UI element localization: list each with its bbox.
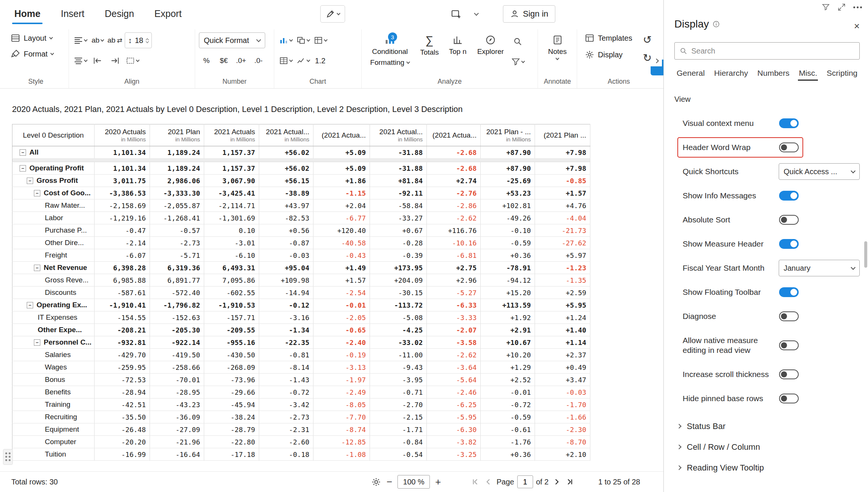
toggle-show-measure-header[interactable] (779, 239, 799, 249)
explorer-button[interactable]: Explorer (472, 32, 509, 59)
decimal-increase-button[interactable]: .0+ (234, 53, 249, 68)
align-text-button[interactable] (73, 33, 88, 48)
table-row[interactable]: Raw Mater...-2,158.69-2,055.87-2,114.71+… (12, 199, 590, 212)
stepper-arrows[interactable] (146, 38, 148, 43)
panel-tab-scripting[interactable]: Scripting (827, 65, 857, 81)
notes-button[interactable]: Notes (542, 32, 573, 63)
layout-button[interactable]: Layout (7, 32, 65, 44)
toggle-show-floating-toolbar[interactable] (779, 287, 799, 297)
text-case-button[interactable]: ab (90, 33, 105, 48)
undo-button[interactable]: ↺ (640, 32, 655, 48)
page-input[interactable] (517, 475, 533, 488)
panel-collapse-chevron[interactable] (651, 55, 662, 66)
next-page-button[interactable] (552, 477, 561, 487)
align-vertical-button[interactable] (73, 53, 88, 68)
search-input[interactable] (691, 47, 855, 55)
table-row[interactable]: −Personnel C...-932.81-922.14-955.16-22.… (12, 336, 590, 349)
toggle-increase-scroll-thickness[interactable] (779, 369, 799, 379)
table-row[interactable]: Other Expe...-208.21-205.30-209.55-1.34-… (12, 324, 590, 336)
panel-scrollbar[interactable] (864, 0, 867, 492)
text-wrap-button[interactable]: ab ⇄ (107, 33, 122, 48)
column-header-2021-plan[interactable]: (2021 Plan ... (535, 124, 590, 146)
decimal-format-button[interactable]: 1.2 (313, 53, 328, 68)
tab-insert[interactable]: Insert (53, 0, 92, 27)
panel-tab-misc[interactable]: Misc. (799, 65, 817, 81)
format-button[interactable]: Format (7, 48, 65, 60)
table-row[interactable]: Training-42.51-43.23-45.94-3.42-8.05-2.7… (12, 399, 590, 411)
table-row[interactable]: Equipment-26.48-27.09-28.79-2.31-8.74-1.… (12, 423, 590, 436)
table-row[interactable]: Salaries-429.70-419.50-430.50-0.81-0.19-… (12, 349, 590, 361)
collapse-icon[interactable]: − (20, 165, 26, 172)
table-style-button[interactable] (278, 53, 293, 68)
line-chart-button[interactable] (295, 53, 310, 68)
collapse-icon[interactable]: − (34, 265, 40, 271)
top-n-button[interactable]: Top n (445, 32, 471, 59)
zoom-level[interactable]: 100 % (397, 475, 430, 489)
settings-gear-button[interactable] (371, 477, 381, 487)
percent-button[interactable]: % (199, 53, 214, 68)
display-button[interactable]: Display (581, 48, 636, 61)
table-row[interactable]: Tuition-16.99-16.64-17.18-0.18-1.08-0.54… (12, 448, 590, 461)
last-page-button[interactable] (564, 477, 574, 487)
table-row[interactable]: Purchase P...-0.47-0.570.10+0.56+120.40+… (12, 224, 590, 237)
collapse-icon[interactable]: − (34, 339, 40, 346)
sign-in-button[interactable]: Sign in (503, 5, 555, 23)
focus-mode-button[interactable] (837, 3, 846, 11)
tab-home[interactable]: Home (7, 0, 48, 27)
table-row[interactable]: −Operating Profit1,101.341,189.241,157.3… (12, 162, 590, 175)
panel-tab-general[interactable]: General (677, 65, 705, 81)
add-visual-button[interactable] (446, 6, 467, 22)
toggle-visual-context-menu[interactable] (779, 118, 799, 128)
column-header-2021-plan[interactable]: 2021 Plan - ...in Millions (481, 124, 535, 146)
search-button[interactable] (510, 34, 525, 49)
table-row[interactable]: −Cost of Goo...-3,386.53-3,333.30-3,425.… (12, 187, 590, 199)
borders-button[interactable] (125, 53, 140, 68)
table-row[interactable]: −All1,101.341,189.241,157.37+56.02+5.09-… (12, 146, 590, 159)
table-row[interactable]: −Net Revenue6,398.286,319.366,493.31+95.… (12, 262, 590, 274)
table-row[interactable]: Other Dire...-2.14-2.73-3.01-0.87-40.58-… (12, 237, 590, 249)
dropdown-quick-shortcuts[interactable]: Quick Access ... (779, 163, 860, 180)
collapse-icon[interactable]: − (20, 149, 26, 156)
zoom-out-button[interactable]: − (387, 476, 392, 488)
totals-button[interactable]: ∑ Totals (416, 32, 443, 60)
column-header-2021-actuals[interactable]: 2021 Actualsin Millions (204, 124, 259, 146)
column-header-2021-actual[interactable]: 2021 Actual...in Millions (259, 124, 313, 146)
column-header-level-0-description[interactable]: Level 0 Description (12, 124, 95, 146)
panel-search-box[interactable] (674, 42, 860, 60)
table-row[interactable]: IT Expenses-154.55-152.63-157.71-3.16-2.… (12, 311, 590, 324)
row-height-stepper[interactable]: ↕ 18 (125, 32, 152, 48)
chart-combo-button[interactable] (313, 33, 328, 48)
filter-button[interactable] (510, 54, 525, 69)
toggle-absolute-sort[interactable] (779, 215, 799, 225)
section-reading-view-tooltip[interactable]: Reading View Tooltip (674, 457, 860, 478)
indent-increase-button[interactable] (107, 53, 122, 68)
toggle-diagnose[interactable] (779, 311, 799, 321)
table-row[interactable]: Benefits-28.94-28.95-29.66-0.72-2.49-0.7… (12, 386, 590, 399)
more-options-button[interactable] (853, 6, 862, 8)
quick-format-dropdown[interactable]: Quick Format (199, 32, 265, 48)
toggle-header-word-wrap[interactable] (779, 143, 799, 152)
column-header-2021-actual[interactable]: 2021 Actual...in Millions (370, 124, 427, 146)
close-panel-button[interactable]: × (854, 21, 860, 31)
decimal-decrease-button[interactable]: .0- (251, 53, 266, 68)
add-visual-dropdown[interactable] (470, 6, 483, 22)
column-header-2021-plan[interactable]: 2021 Planin Millions (150, 124, 204, 146)
section-cell-row-column[interactable]: Cell / Row / Column (674, 437, 860, 457)
table-row[interactable]: Wages-259.95-258.66-268.09-8.14-3.13-9.4… (12, 361, 590, 374)
drag-handle-icon[interactable] (3, 449, 13, 465)
table-row[interactable]: Recruiting-35.50-36.09-38.24-2.73-7.70-2… (12, 411, 590, 423)
table-row[interactable]: −Operating Ex...-1,910.41-1,796.82-1,910… (12, 299, 590, 311)
tab-design[interactable]: Design (97, 0, 142, 27)
collapse-icon[interactable]: − (34, 190, 40, 196)
toggle-allow-native-measure-editing-in-read-view[interactable] (779, 340, 799, 350)
table-row[interactable]: Freight-6.07-5.71-6.10-0.03-0.43-0.39-6.… (12, 249, 590, 262)
panel-tab-numbers[interactable]: Numbers (757, 65, 789, 81)
panel-tab-hierarchy[interactable]: Hierarchy (714, 65, 748, 81)
table-row[interactable]: −Gross Profit3,011.752,986.063,067.90+56… (12, 175, 590, 187)
collapse-icon[interactable]: − (27, 178, 33, 184)
table-row[interactable]: Bonus-72.53-70.01-73.96-1.43-1.97-3.95-5… (12, 374, 590, 386)
table-row[interactable]: Gross Reve...6,985.886,891.777,095.86+10… (12, 274, 590, 287)
table-row[interactable]: Labor-1,219.16-1,268.41-1,301.69-82.53-6… (12, 212, 590, 224)
chart-bars-button[interactable] (278, 33, 293, 48)
conditional-formatting-button[interactable]: 3 Conditional Formatting (365, 32, 414, 70)
